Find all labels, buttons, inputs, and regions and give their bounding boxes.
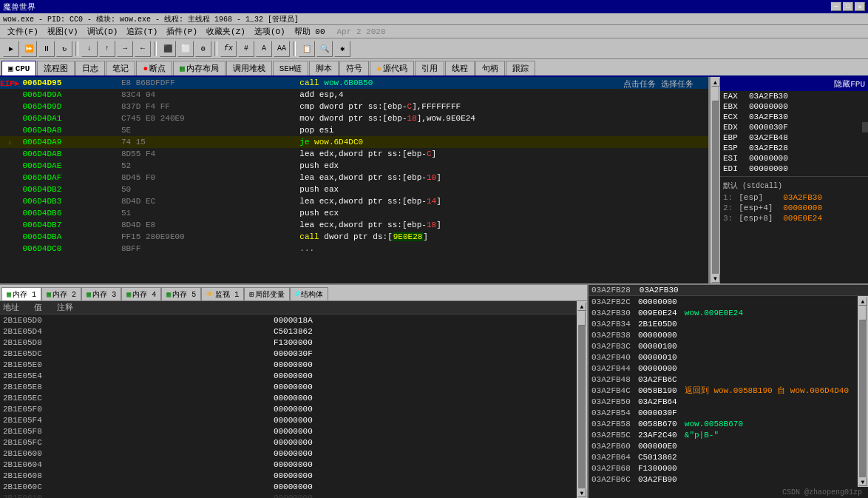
tab-script[interactable]: 脚本 [309,61,339,75]
reg-val-edi[interactable]: 00000000 [746,164,862,174]
tab-threads[interactable]: 线程 [445,61,475,75]
disasm-row[interactable]: 006D4DB2 50 push eax [0,184,708,195]
tab-breakpoints[interactable]: ●断点 [136,61,172,75]
toolbar-btn-11[interactable]: ⚙ [195,41,211,57]
toolbar-a[interactable]: A [256,41,272,57]
menu-trace[interactable]: 追踪(T) [122,24,162,38]
disasm-row[interactable]: EIP▶ 006D4D95 E8 B6BDFDFF call wow.6B0B5… [0,77,708,89]
disasm-row[interactable]: 006D4DAE 52 push edx [0,160,708,172]
menu-debug[interactable]: 调试(D) [83,24,123,38]
stack-row[interactable]: 03A2FB30 009E0E24 wow.009E0E24 [589,307,858,318]
stack-row[interactable]: 03A2FB54 0000030F [589,407,858,418]
disasm-row[interactable]: 006D4DC0 8BFF ... [0,243,708,255]
tab-source[interactable]: ◈源代码 [370,61,414,75]
mem-row[interactable]: 2B1E05FC 00000000 [0,437,577,448]
toolbar-btn-4[interactable]: ↻ [56,41,72,57]
mem-row[interactable]: 2B1E0608 00000000 [0,470,577,481]
toolbar-aa[interactable]: AA [274,41,290,57]
reg-header[interactable]: 隐藏FPU [720,77,868,91]
mem-row[interactable]: 2B1E05E0 00000000 [0,359,577,370]
stack-row[interactable]: 03A2FB3C 00000100 [589,340,858,351]
stack-row[interactable]: 03A2FB44 00000000 [589,363,858,374]
toolbar-btn-13[interactable]: 🔍 [316,41,333,57]
toolbar-btn-3[interactable]: ⏸ [38,41,55,57]
disasm-row[interactable]: 006D4DAB 8D55 F4 lea edx,dword ptr ss:[e… [0,148,708,160]
reg-val-esi[interactable]: 00000000 [746,153,862,164]
stack-scroll-thumb[interactable] [859,306,867,320]
mem-row[interactable]: 2B1E05F8 00000000 [0,425,577,437]
tab-refs[interactable]: 引用 [415,61,444,75]
tab-notes[interactable]: 笔记 [106,61,135,75]
stack-row[interactable]: 03A2FB64 C5013862 [589,451,858,462]
toolbar-btn-12[interactable]: 📋 [299,41,315,57]
mem-row[interactable]: 2B1E0600 00000000 [0,448,577,459]
toolbar-btn-14[interactable]: ✱ [334,41,350,57]
mem-row[interactable]: 2B1E05E4 00000000 [0,370,577,381]
reg-val-edx[interactable]: 0000030F [746,122,862,132]
tab-handles[interactable]: 句柄 [475,61,505,75]
minimize-button[interactable]: ─ [831,2,841,11]
disasm-row[interactable]: 006D4DAF 8D45 F0 lea eax,dword ptr ss:[e… [0,172,708,184]
stack-row[interactable]: 03A2FB6C 03A2FB90 [589,474,858,485]
stack-scroll-up[interactable]: ▲ [858,297,867,306]
stack-row[interactable]: 03A2FB68 F1300000 [589,462,858,474]
toolbar-btn-2[interactable]: ⏩ [21,41,37,57]
scroll-up-arrow[interactable]: ▲ [711,78,720,87]
mem-scroll-thumb[interactable] [578,311,586,326]
tab-cpu[interactable]: ▣ CPU [1,61,36,75]
mem-row[interactable]: 2B1E05D8 F1300000 [0,337,577,348]
tab-mem5[interactable]: ▦内存 5 [161,287,201,300]
mem-row[interactable]: 2B1E05F4 00000000 [0,414,577,425]
reg-val-ecx[interactable]: 03A2FB30 [746,112,862,122]
mem-row[interactable]: 2B1E05F0 00000000 [0,403,577,414]
disasm-panel[interactable]: 点击任务 选择任务 EIP▶ 006D4D95 E8 B6BDFDFF call… [0,77,710,283]
mem-scroll-down[interactable]: ▼ [577,488,586,497]
disasm-row[interactable]: 006D4DA1 C745 E8 240E9 mov dword ptr ss:… [0,112,708,124]
stack-row[interactable]: 03A2FB58 0058B670 wow.0058B670 [589,418,858,429]
disasm-row[interactable]: 006D4DB7 8D4D E8 lea ecx,dword ptr ss:[e… [0,219,708,231]
toolbar-btn-1[interactable]: ▶ [3,41,19,57]
menu-plugins[interactable]: 插件(P) [162,24,202,38]
disasm-row[interactable]: 006D4DB3 8D4D EC lea ecx,dword ptr ss:[e… [0,195,708,207]
tab-mem3[interactable]: ▦内存 3 [81,287,121,300]
window-controls[interactable]: ─ □ ✕ [831,2,865,11]
tab-trace[interactable]: 跟踪 [506,61,535,75]
tab-seh[interactable]: SEH链 [273,61,309,75]
reg-val-eax[interactable]: 03A2FB30 [746,91,862,101]
mem-row[interactable]: 2B1E05DC 0000030F [0,348,577,359]
menu-favorites[interactable]: 收藏夹(Z) [202,24,250,38]
tab-watch1[interactable]: 👁监视 1 [201,287,244,300]
stack-row[interactable]: 03A2FB50 03A2FB64 [589,396,858,407]
stack-scrollbar[interactable]: ▲ ▼ [858,296,868,487]
tab-callstack[interactable]: 调用堆栈 [226,61,272,75]
mem-scrollbar[interactable]: ▲ ▼ [577,301,587,498]
mem-scroll-up[interactable]: ▲ [577,302,586,311]
reg-val-ebp[interactable]: 03A2FB48 [746,132,862,143]
stack-row[interactable]: 03A2FB38 00000000 [589,329,858,340]
maximize-button[interactable]: □ [843,2,853,11]
reg-val-esp[interactable]: 03A2FB28 [746,143,862,153]
tab-log[interactable]: 日志 [75,61,105,75]
mem-row[interactable]: 2B1E060C 00000000 [0,481,577,492]
disasm-row[interactable]: 006D4DBA FF15 280E9E00 call dword ptr ds… [0,231,708,243]
toolbar-fx[interactable]: fx [220,41,237,57]
scroll-down-arrow[interactable]: ▼ [711,274,720,283]
menu-help[interactable]: 帮助 00 [290,24,330,38]
mem-row[interactable]: 2B1E05D4 C5013862 [0,326,577,337]
toolbar-btn-10[interactable]: ⬜ [177,41,194,57]
menu-options[interactable]: 选项(O) [250,24,290,38]
disasm-scrollbar[interactable]: ▲ ▼ [710,77,720,283]
tab-struct[interactable]: ∂结构体 [290,287,328,300]
reg-val-ebx[interactable]: 00000000 [746,101,862,112]
disasm-row[interactable]: 006D4D9A 83C4 04 add esp,4 [0,89,708,101]
disasm-row[interactable]: 006D4D9D 837D F4 FF cmp dword ptr ss:[eb… [0,101,708,112]
mem-row[interactable]: 2B1E0610 00000000 [0,492,577,498]
toolbar-hash[interactable]: # [238,41,254,57]
menu-file[interactable]: 文件(F) [3,24,43,38]
tab-memory-layout[interactable]: ▦内存布局 [173,61,226,75]
toolbar-btn-7[interactable]: → [117,41,133,57]
disasm-row-je[interactable]: ↓ 006D4DA9 74 15 je wow.6D4DC0 [0,136,708,148]
stack-row[interactable]: 03A2FB60 000000E0 [589,440,858,451]
toolbar-btn-6[interactable]: ↑ [99,41,115,57]
toolbar-btn-9[interactable]: ⬛ [160,41,176,57]
